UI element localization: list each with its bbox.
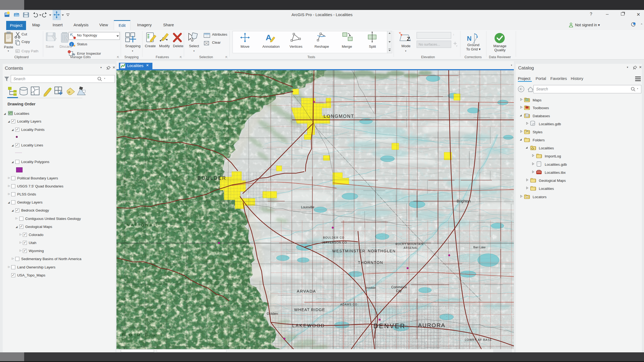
svg-text:ARSENAL: ARSENAL xyxy=(404,246,418,249)
svg-text:N: N xyxy=(467,35,471,42)
svg-text:LONGMONT: LONGMONT xyxy=(324,114,354,119)
svg-text:BOULDER CO: BOULDER CO xyxy=(323,236,344,239)
svg-text:Barr Lake: Barr Lake xyxy=(473,246,486,249)
svg-text:Localities: Localities xyxy=(539,146,554,150)
svg-text:Localities.gdb: Localities.gdb xyxy=(545,162,567,167)
svg-text:Brighton: Brighton xyxy=(457,199,471,203)
svg-text:Louisville: Louisville xyxy=(301,205,314,209)
svg-text:Localities.tbx: Localities.tbx xyxy=(545,171,566,175)
svg-text:Folders: Folders xyxy=(533,138,545,142)
svg-text:WESTMINSTER NORTHGLEN: WESTMINSTER NORTHGLEN xyxy=(332,249,396,253)
svg-text:ADAMS CO: ADAMS CO xyxy=(340,303,357,306)
svg-text:DENVER: DENVER xyxy=(374,323,406,330)
svg-text:Golden: Golden xyxy=(267,312,278,316)
svg-text:F O R E S T: F O R E S T xyxy=(122,333,164,337)
svg-text:Databases: Databases xyxy=(533,114,550,118)
svg-text:Geological Maps: Geological Maps xyxy=(539,179,566,183)
svg-text:NATIONAL: NATIONAL xyxy=(127,223,157,227)
svg-text:LOWRY AF BASE: LOWRY AF BASE xyxy=(465,338,492,341)
svg-text:ROCKY MOUNTAIN: ROCKY MOUNTAIN xyxy=(396,243,424,246)
svg-text:LAKEWOOD: LAKEWOOD xyxy=(292,323,325,328)
svg-text:ARVADA: ARVADA xyxy=(297,289,316,293)
svg-text:Toolboxes: Toolboxes xyxy=(533,106,549,110)
svg-text:WHEAT RIDGE: WHEAT RIDGE xyxy=(294,307,325,312)
svg-text:z: z xyxy=(456,45,458,47)
svg-text:AURORA: AURORA xyxy=(418,322,445,328)
svg-text:Localities.gdb: Localities.gdb xyxy=(539,122,561,126)
svg-text:Styles: Styles xyxy=(533,130,543,134)
svg-text:City: City xyxy=(396,289,402,293)
svg-text:Locators: Locators xyxy=(533,195,547,199)
svg-text:JEFFERSON CO: JEFFERSON CO xyxy=(322,241,347,244)
svg-text:Commerce: Commerce xyxy=(391,285,407,289)
svg-text:ImportLog: ImportLog xyxy=(545,154,561,158)
svg-text:Maps: Maps xyxy=(533,98,541,102)
svg-text:Z: Z xyxy=(407,36,410,42)
svg-text:!: ! xyxy=(69,51,69,53)
svg-text:Localities: Localities xyxy=(539,187,554,191)
svg-text:No surfaces...: No surfaces... xyxy=(419,42,440,46)
svg-text:↕: ↕ xyxy=(453,33,454,36)
svg-text:W: W xyxy=(16,50,18,53)
svg-text:Irondale: Irondale xyxy=(366,286,376,289)
svg-text:BOULDER: BOULDER xyxy=(197,175,226,181)
svg-text:THORNTON: THORNTON xyxy=(358,260,383,265)
